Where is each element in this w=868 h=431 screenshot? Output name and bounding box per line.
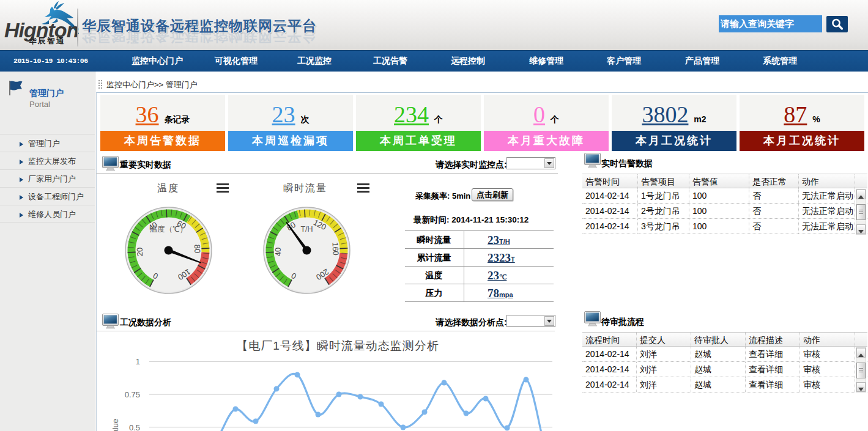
- svg-text:20: 20: [135, 247, 145, 256]
- svg-text:80: 80: [193, 244, 202, 253]
- svg-text:40: 40: [273, 247, 283, 256]
- svg-text:160: 160: [330, 242, 340, 256]
- svg-text:T/H: T/H: [300, 225, 313, 234]
